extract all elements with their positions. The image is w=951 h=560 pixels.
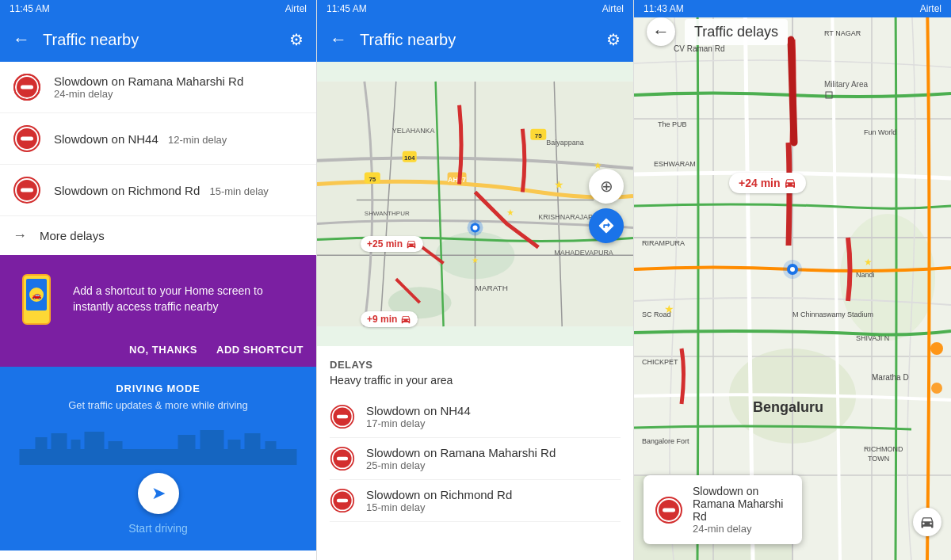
back-icon-1[interactable]: ← <box>13 29 30 50</box>
phone-illustration: 🚗 <box>13 268 60 331</box>
shortcut-banner: 🚗 Add a shortcut to your Home screen to … <box>0 255 316 367</box>
svg-rect-18 <box>228 440 241 449</box>
shortcut-text: Add a shortcut to your Home screen to in… <box>73 284 304 314</box>
no-entry-icon-2 <box>13 124 41 153</box>
driving-mode-subtitle: Get traffic updates & more while driving <box>68 399 248 411</box>
svg-point-89 <box>931 383 942 394</box>
svg-point-64 <box>840 214 935 341</box>
delay-info-3: Slowdown on Richmond Rd 15-min delay <box>366 488 512 513</box>
svg-text:YELAHANKA: YELAHANKA <box>392 127 435 135</box>
svg-text:★: ★ <box>864 257 873 268</box>
svg-text:Fun World: Fun World <box>864 128 896 136</box>
delay-1: 24-min delay <box>54 88 243 100</box>
car-icon-card <box>919 514 935 530</box>
traffic-item-1[interactable]: Slowdown on Ramana Maharshi Rd 24-min de… <box>0 62 316 113</box>
traffic-item-3[interactable]: Slowdown on Richmond Rd 15-min delay <box>0 165 316 216</box>
driving-mode: DRIVING MODE Get traffic updates & more … <box>0 367 316 550</box>
svg-rect-12 <box>52 433 67 449</box>
delays-subtitle: Heavy traffic in your area <box>330 374 621 387</box>
svg-rect-11 <box>36 437 48 449</box>
time-2: 11:45 AM <box>327 3 367 14</box>
add-shortcut-button[interactable]: ADD SHORTCUT <box>216 344 304 356</box>
svg-rect-16 <box>178 435 196 449</box>
svg-text:Maratha D: Maratha D <box>872 373 909 382</box>
time-3: 11:43 AM <box>644 3 684 14</box>
panel-traffic-delays: 11:43 AM Airtel <box>634 0 951 560</box>
svg-text:75: 75 <box>535 132 542 139</box>
svg-text:Nandi: Nandi <box>856 271 875 279</box>
shortcut-actions: NO, THANKS ADD SHORTCUT <box>0 344 316 367</box>
time-1: 11:45 AM <box>10 3 50 14</box>
no-entry-icon-d2 <box>330 446 355 471</box>
back-icon-3[interactable]: ← <box>647 17 675 46</box>
road-name-3: Slowdown on Richmond Rd 15-min delay <box>54 184 269 197</box>
delay-item-3[interactable]: Slowdown on Richmond Rd 15-min delay <box>330 480 621 522</box>
svg-text:M Chinnaswamy Stadium: M Chinnaswamy Stadium <box>792 310 873 318</box>
svg-text:ESHWARAM: ESHWARAM <box>654 160 696 168</box>
no-entry-icon-3 <box>13 176 41 204</box>
start-driving-button[interactable]: ➤ <box>138 473 179 514</box>
settings-icon-1[interactable]: ⚙ <box>289 30 304 49</box>
delays-panel: DELAYS Heavy traffic in your area Slowdo… <box>317 346 633 560</box>
locate-button[interactable]: ⊕ <box>589 169 624 204</box>
target-icon: ⊕ <box>600 177 613 196</box>
svg-text:★: ★ <box>506 208 514 217</box>
svg-rect-15 <box>109 441 123 449</box>
info-card-delay: 24-min delay <box>693 523 791 535</box>
svg-rect-17 <box>201 430 224 449</box>
delay-road-2: Slowdown on Ramana Maharshi Rd <box>366 446 556 459</box>
map-container[interactable]: AH47 75 75 104 75 <box>317 62 633 346</box>
svg-text:★: ★ <box>664 303 674 315</box>
svg-text:★: ★ <box>554 178 564 191</box>
start-driving-label[interactable]: Start driving <box>128 522 188 535</box>
delay-info-1: Slowdown on NH44 17-min delay <box>366 404 471 429</box>
svg-text:RICHMOND: RICHMOND <box>864 445 903 453</box>
no-entry-icon-d1 <box>330 404 355 429</box>
nav-arrow-icon: ➤ <box>151 483 166 504</box>
svg-text:AH47: AH47 <box>448 176 466 184</box>
no-entry-card-icon <box>655 496 683 524</box>
settings-icon-2[interactable]: ⚙ <box>606 30 621 49</box>
no-thanks-button[interactable]: NO, THANKS <box>129 344 197 356</box>
svg-rect-20 <box>265 441 277 449</box>
map-badge-9min: +9 min <box>361 311 418 327</box>
svg-point-88 <box>930 342 943 355</box>
skyline-svg <box>13 425 304 465</box>
svg-text:75: 75 <box>369 176 376 183</box>
delay-time-2: 25-min delay <box>366 459 556 471</box>
car-icon-badge3 <box>784 177 796 189</box>
action-button[interactable] <box>589 208 624 243</box>
panel3-header: ← Traffic delays <box>634 17 951 46</box>
panel3-title: Traffic delays <box>685 19 788 45</box>
svg-rect-58 <box>337 457 348 460</box>
svg-text:Bengaluru: Bengaluru <box>753 399 823 415</box>
network-1: Airtel <box>285 3 307 14</box>
panel-traffic-list: 11:45 AM Airtel ← Traffic nearby ⚙ Slowd… <box>0 0 317 560</box>
item-text-1: Slowdown on Ramana Maharshi Rd 24-min de… <box>54 74 243 100</box>
svg-text:104: 104 <box>404 154 415 162</box>
network-2: Airtel <box>602 3 624 14</box>
svg-rect-10 <box>20 449 297 465</box>
network-3: Airtel <box>920 3 941 14</box>
svg-rect-9 <box>21 189 33 192</box>
more-delays[interactable]: → More delays <box>0 216 316 255</box>
status-bar-2: 11:45 AM Airtel <box>317 0 633 17</box>
directions-icon <box>598 217 615 234</box>
delay-badge-24: +24 min <box>729 173 806 193</box>
info-card-text: Slowdown on Ramana Maharshi Rd 24-min de… <box>693 485 791 535</box>
map-svg: AH47 75 75 104 75 <box>317 62 633 346</box>
traffic-item-2[interactable]: Slowdown on NH44 12-min delay <box>0 113 316 165</box>
svg-rect-13 <box>71 440 81 449</box>
back-icon-2[interactable]: ← <box>330 29 347 50</box>
svg-rect-6 <box>21 137 33 141</box>
status-bar-3: 11:43 AM Airtel <box>634 0 951 17</box>
no-entry-icon-d3 <box>330 488 355 513</box>
svg-text:Military Area: Military Area <box>824 80 868 89</box>
svg-text:CHICKPET: CHICKPET <box>642 358 678 366</box>
delay-item-2[interactable]: Slowdown on Ramana Maharshi Rd 25-min de… <box>330 438 621 480</box>
title-1: Traffic nearby <box>43 31 289 49</box>
info-card[interactable]: Slowdown on Ramana Maharshi Rd 24-min de… <box>644 475 802 544</box>
delay-item-1[interactable]: Slowdown on NH44 17-min delay <box>330 396 621 438</box>
car-icon-badge2 <box>400 314 411 325</box>
delay-info-2: Slowdown on Ramana Maharshi Rd 25-min de… <box>366 446 556 471</box>
